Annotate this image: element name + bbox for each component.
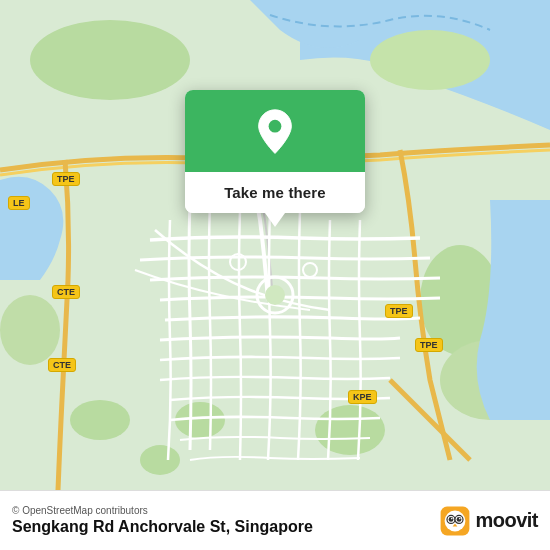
- location-pin-icon: [250, 108, 300, 158]
- moovit-brand-text: moovit: [475, 509, 538, 532]
- svg-point-9: [140, 445, 180, 475]
- svg-point-8: [0, 295, 60, 365]
- le-badge: LE: [8, 196, 30, 210]
- svg-point-23: [459, 517, 461, 519]
- kpe-badge: KPE: [348, 390, 377, 404]
- bottom-bar: © OpenStreetMap contributors Sengkang Rd…: [0, 490, 550, 550]
- tpe-badge-right-lower: TPE: [415, 338, 443, 352]
- svg-point-2: [370, 30, 490, 90]
- cte-badge-upper: CTE: [52, 285, 80, 299]
- cte-badge-lower: CTE: [48, 358, 76, 372]
- svg-point-22: [457, 517, 462, 522]
- svg-point-1: [30, 20, 190, 100]
- take-me-there-button[interactable]: Take me there: [185, 172, 365, 213]
- svg-point-7: [70, 400, 130, 440]
- tpe-badge-left: TPE: [52, 172, 80, 186]
- map-area: TPE TPE TPE TPE CTE CTE KPE LE Sungei Pu…: [0, 0, 550, 490]
- tpe-badge-right-upper: TPE: [385, 304, 413, 318]
- popup-header: [185, 90, 365, 172]
- svg-point-5: [315, 405, 385, 455]
- svg-point-14: [269, 120, 282, 133]
- popup-tail: [265, 213, 285, 227]
- svg-point-19: [449, 517, 454, 522]
- svg-point-20: [451, 517, 453, 519]
- location-popup: Take me there: [185, 90, 365, 213]
- svg-point-11: [265, 285, 285, 305]
- moovit-icon: [439, 505, 471, 537]
- moovit-logo: moovit: [439, 505, 538, 537]
